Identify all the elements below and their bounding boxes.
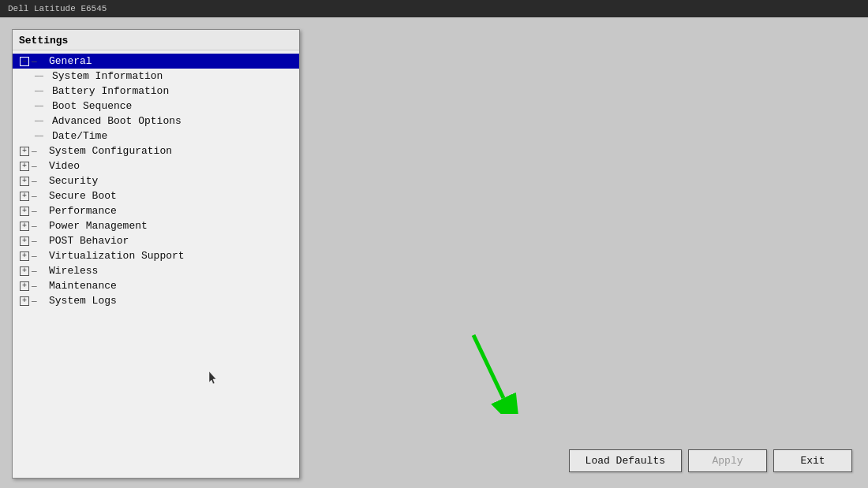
- tree-line: —: [32, 57, 47, 66]
- settings-title: Settings: [13, 30, 299, 50]
- tree-label-boot-sequence: Boot Sequence: [52, 100, 132, 112]
- bottom-buttons: Load Defaults Apply Exit: [569, 449, 852, 472]
- main-content: Settings –—General——System Information——…: [0, 17, 868, 488]
- expander-power-management: +: [19, 221, 30, 232]
- arrow-icon: [458, 327, 521, 414]
- tree-label-advanced-boot: Advanced Boot Options: [52, 115, 181, 127]
- expander-system-config: +: [19, 146, 30, 157]
- tree-line: —: [32, 237, 47, 246]
- tree-line: ——: [35, 73, 51, 80]
- tree-label-general: General: [49, 55, 92, 67]
- tree-line: ——: [35, 102, 51, 110]
- tree-label-performance: Performance: [49, 205, 117, 217]
- tree-label-virtualization: Virtualization Support: [49, 250, 185, 262]
- tree-item-wireless[interactable]: +—Wireless: [13, 263, 299, 278]
- tree-item-general[interactable]: –—General: [13, 54, 299, 69]
- tree-line: ——: [35, 88, 51, 95]
- tree-line: —: [32, 147, 47, 156]
- tree-item-system-info[interactable]: ——System Information: [13, 69, 299, 84]
- tree-label-system-config: System Configuration: [49, 145, 172, 157]
- arrow-container: [458, 327, 521, 417]
- tree-label-secure-boot: Secure Boot: [49, 190, 117, 202]
- tree-item-security[interactable]: +—Security: [13, 173, 299, 188]
- tree-line: ——: [35, 132, 51, 140]
- expander-performance: +: [19, 206, 30, 217]
- tree-item-virtualization[interactable]: +—Virtualization Support: [13, 248, 299, 263]
- tree-line: —: [32, 266, 47, 276]
- tree-line: —: [32, 192, 47, 201]
- expander-system-logs: +: [19, 296, 30, 307]
- exit-button[interactable]: Exit: [773, 449, 852, 472]
- tree-line: —: [32, 222, 47, 231]
- tree-line: —: [32, 281, 47, 291]
- tree-label-power-management: Power Management: [49, 220, 148, 232]
- tree-line: —: [32, 251, 47, 261]
- tree-line: —: [32, 177, 47, 186]
- tree-line: —: [32, 162, 47, 171]
- tree-item-post-behavior[interactable]: +—POST Behavior: [13, 233, 299, 248]
- title-bar-text: Dell Latitude E6545: [8, 4, 107, 13]
- expander-video: +: [19, 161, 30, 172]
- expander-virtualization: +: [19, 251, 30, 262]
- tree-item-performance[interactable]: +—Performance: [13, 203, 299, 218]
- tree-label-maintenance: Maintenance: [49, 280, 117, 292]
- tree-label-security: Security: [49, 175, 98, 187]
- tree-label-system-logs: System Logs: [49, 295, 117, 307]
- tree-container: –—General——System Information——Battery I…: [13, 50, 299, 311]
- tree-label-video: Video: [49, 160, 80, 172]
- tree-item-maintenance[interactable]: +—Maintenance: [13, 278, 299, 293]
- settings-panel: Settings –—General——System Information——…: [12, 29, 300, 479]
- expander-security: +: [19, 176, 30, 187]
- tree-label-battery-info: Battery Information: [52, 85, 169, 97]
- tree-line: —: [32, 207, 47, 216]
- expander-secure-boot: +: [19, 191, 30, 202]
- tree-item-video[interactable]: +—Video: [13, 158, 299, 173]
- tree-item-power-management[interactable]: +—Power Management: [13, 218, 299, 233]
- tree-item-boot-sequence[interactable]: ——Boot Sequence: [13, 99, 299, 114]
- apply-button[interactable]: Apply: [688, 449, 767, 472]
- expander-general: –: [19, 56, 30, 67]
- tree-line: ——: [35, 117, 51, 125]
- tree-label-system-info: System Information: [52, 70, 163, 82]
- tree-item-system-config[interactable]: +—System Configuration: [13, 143, 299, 158]
- tree-item-secure-boot[interactable]: +—Secure Boot: [13, 188, 299, 203]
- tree-item-system-logs[interactable]: +—System Logs: [13, 293, 299, 308]
- tree-label-wireless: Wireless: [49, 265, 98, 277]
- load-defaults-button[interactable]: Load Defaults: [569, 449, 682, 472]
- tree-item-battery-info[interactable]: ——Battery Information: [13, 84, 299, 99]
- expander-post-behavior: +: [19, 236, 30, 247]
- svg-line-1: [473, 335, 503, 398]
- tree-item-datetime[interactable]: ——Date/Time: [13, 129, 299, 143]
- expander-wireless: +: [19, 266, 30, 277]
- tree-label-post-behavior: POST Behavior: [49, 235, 129, 247]
- tree-item-advanced-boot[interactable]: ——Advanced Boot Options: [13, 114, 299, 129]
- title-bar: Dell Latitude E6545: [0, 0, 868, 17]
- tree-label-datetime: Date/Time: [52, 130, 107, 142]
- expander-maintenance: +: [19, 281, 30, 292]
- tree-line: —: [32, 296, 47, 306]
